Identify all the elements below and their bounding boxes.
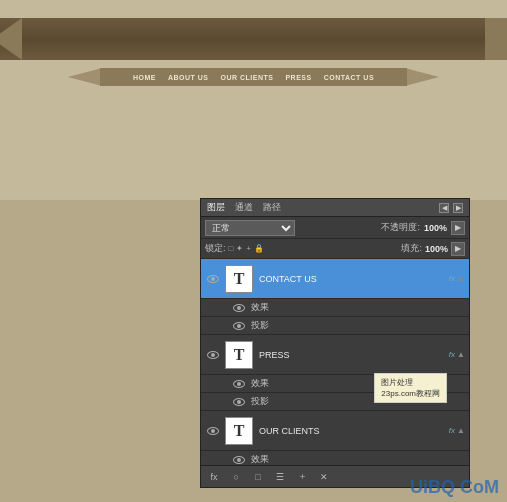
lock-icon-transparent[interactable]: □ [229, 244, 234, 253]
watermark-line1: 图片处理 [381, 377, 440, 388]
eye-shadow-2[interactable] [231, 394, 247, 410]
layer-name-contact-us: CONTACT US [259, 274, 445, 284]
panel-collapse-btn[interactable]: ◀ [439, 203, 449, 213]
fx-arrow-our-clients[interactable]: ▲ [457, 426, 465, 435]
nav-about[interactable]: ABOUT US [168, 74, 209, 81]
sub-layer-label-shadow-2: 投影 [251, 395, 269, 408]
tab-layers[interactable]: 图层 [207, 201, 225, 214]
tab-paths[interactable]: 路径 [263, 201, 281, 214]
eye-circle-icon-2 [233, 304, 245, 312]
lock-icon-move[interactable]: ✦ [236, 244, 243, 253]
fill-value: 100% [425, 244, 448, 254]
fill-arrow[interactable]: ▶ [451, 242, 465, 256]
sub-layer-label-2: 效果 [251, 377, 269, 390]
eye-effect-3[interactable] [231, 452, 247, 466]
thumb-our-clients: T [225, 417, 253, 445]
eye-effect-2[interactable] [231, 376, 247, 392]
fx-arrow-press[interactable]: ▲ [457, 350, 465, 359]
nav-home[interactable]: HOME [133, 74, 156, 81]
adjustment-tool-btn[interactable]: ○ [227, 469, 245, 485]
blend-mode-select[interactable]: 正常 [205, 220, 295, 236]
eye-press[interactable] [205, 347, 221, 363]
delete-layer-btn[interactable]: ✕ [315, 469, 333, 485]
eye-pupil-icon-4 [211, 353, 215, 357]
eye-shadow-1[interactable] [231, 318, 247, 334]
fx-badge-our-clients: fx [449, 426, 455, 435]
panel-tabs: 图层 通道 路径 [207, 201, 281, 214]
panel-titlebar: 图层 通道 路径 ◀ ▶ [201, 199, 469, 217]
eye-effect-1[interactable] [231, 300, 247, 316]
blend-row: 正常 不透明度: 100% ▶ [201, 217, 469, 239]
eye-our-clients[interactable] [205, 423, 221, 439]
text-layer-icon: T [234, 270, 245, 288]
fill-label: 填充: [401, 242, 422, 255]
layers-panel: 图层 通道 路径 ◀ ▶ 正常 不透明度: 100% ▶ 锁定: □ ✦ + 🔒… [200, 198, 470, 488]
opacity-label: 不透明度: [381, 221, 420, 234]
eye-pupil-icon-5 [237, 382, 241, 386]
group-tool-btn[interactable]: □ [249, 469, 267, 485]
opacity-arrow[interactable]: ▶ [451, 221, 465, 235]
add-layer-btn[interactable]: ＋ [293, 469, 311, 485]
eye-circle-icon-7 [207, 427, 219, 435]
eye-pupil-icon-3 [237, 324, 241, 328]
nav-clients[interactable]: OUR CLIENTS [221, 74, 274, 81]
sub-layer-label-3: 效果 [251, 453, 269, 465]
eye-pupil-icon-7 [211, 429, 215, 433]
eye-circle-icon-8 [233, 456, 245, 464]
thumb-press: T [225, 341, 253, 369]
lock-icon-pixels[interactable]: + [246, 244, 251, 253]
nav-menu: HOME ABOUT US OUR CLIENTS PRESS CONTACT … [100, 68, 407, 86]
watermark-tooltip: 图片处理 23ps.com教程网 [374, 373, 447, 403]
watermark-line2: 23ps.com教程网 [381, 388, 440, 399]
panel-menu-btn[interactable]: ▶ [453, 203, 463, 213]
layers-list: T CONTACT US fx ▲ 效果 投影 T [201, 259, 469, 465]
eye-circle-icon-6 [233, 398, 245, 406]
lock-icon-all[interactable]: 🔒 [254, 244, 264, 253]
nav-contact[interactable]: CONTACT US [324, 74, 374, 81]
eye-circle-icon [207, 275, 219, 283]
text-layer-icon-3: T [234, 422, 245, 440]
sub-layer-shadow-1: 投影 [201, 317, 469, 335]
eye-circle-icon-4 [207, 351, 219, 359]
sub-layer-effect-1: 效果 [201, 299, 469, 317]
lock-label: 锁定: [205, 242, 226, 255]
fx-arrow-contact-us[interactable]: ▲ [457, 274, 465, 283]
layer-contact-us[interactable]: T CONTACT US fx ▲ [201, 259, 469, 299]
layer-our-clients[interactable]: T OUR CLIENTS fx ▲ [201, 411, 469, 451]
eye-circle-icon-3 [233, 322, 245, 330]
panel-controls: ◀ ▶ [439, 203, 463, 213]
sub-layer-effect-3: 效果 [201, 451, 469, 465]
lock-row: 锁定: □ ✦ + 🔒 填充: 100% ▶ [201, 239, 469, 259]
eye-pupil-icon-2 [237, 306, 241, 310]
banner-bar [0, 18, 507, 60]
layer-name-press: PRESS [259, 350, 445, 360]
eye-pupil-icon [211, 277, 215, 281]
layer-press[interactable]: T PRESS fx ▲ [201, 335, 469, 375]
opacity-value: 100% [424, 223, 447, 233]
sub-layer-label-shadow-1: 投影 [251, 319, 269, 332]
eye-pupil-icon-6 [237, 400, 241, 404]
new-layer-tool-btn[interactable]: ☰ [271, 469, 289, 485]
sub-layer-label-1: 效果 [251, 301, 269, 314]
text-layer-icon-2: T [234, 346, 245, 364]
eye-pupil-icon-8 [237, 458, 241, 462]
uibq-watermark: UiBQ CoM [402, 473, 507, 502]
thumb-contact-us: T [225, 265, 253, 293]
tab-channels[interactable]: 通道 [235, 201, 253, 214]
layer-name-our-clients: OUR CLIENTS [259, 426, 445, 436]
eye-circle-icon-5 [233, 380, 245, 388]
eye-contact-us[interactable] [205, 271, 221, 287]
nav-press[interactable]: PRESS [285, 74, 311, 81]
fx-tool-btn[interactable]: fx [205, 469, 223, 485]
fx-badge-contact-us: fx [449, 274, 455, 283]
fx-badge-press: fx [449, 350, 455, 359]
